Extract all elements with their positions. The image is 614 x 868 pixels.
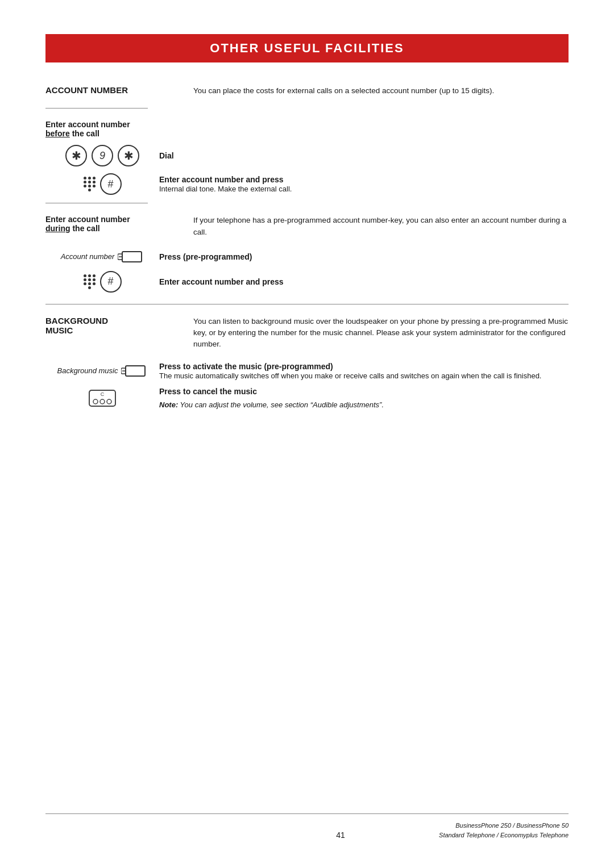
cancel-music-button-svg: C — [87, 388, 118, 408]
background-music-description: You can listen to background music over … — [193, 316, 569, 350]
note-bold: Note: — [159, 400, 178, 409]
before-step2-sublabel: Internal dial tone. Make the external ca… — [159, 185, 292, 193]
music-note: Note: You can adjust the volume, see sec… — [159, 399, 569, 411]
during-step2-row: # Enter account number and press — [45, 271, 569, 293]
during-step2-description: Enter account number and press — [159, 277, 569, 286]
star-9-star-buttons: ✱ 9 ✱ — [65, 145, 139, 166]
star-button-1: ✱ — [65, 145, 87, 166]
svg-point-6 — [93, 399, 98, 404]
during-call-subsection: Enter account number during the call If … — [45, 215, 569, 293]
brand-line2: Standard Telephone / Economyplus Telepho… — [439, 832, 569, 838]
before-step1-label: Dial — [159, 151, 174, 160]
account-number-key-label: Account number — [61, 252, 115, 261]
before-call-subsection: Enter account number before the call ✱ 9… — [45, 120, 569, 195]
svg-rect-0 — [122, 252, 142, 262]
divider-2 — [45, 203, 148, 203]
star-button-2: ✱ — [118, 145, 139, 166]
music-step1-description: Press to activate the music (pre-program… — [159, 362, 569, 380]
during-call-title: Enter account number during the call — [45, 215, 176, 233]
keypad-icon — [84, 177, 96, 191]
during-step1-row: Account number Press (pre-programmed) — [45, 249, 569, 264]
svg-rect-2 — [126, 366, 145, 376]
music-step2-row: C Press to cancel the music Note: You ca… — [45, 387, 569, 411]
music-step2-icon: C — [45, 388, 159, 408]
music-step1-row: Background music Press to activate the m… — [45, 362, 569, 380]
during-call-right: If your telephone has a pre-programmed a… — [193, 215, 569, 238]
divider-1 — [45, 108, 148, 108]
keypad-hash-group: # — [84, 173, 122, 195]
before-call-title: Enter account number before the call — [45, 120, 569, 138]
during-step1-icon: Account number — [45, 249, 159, 264]
account-number-description: You can place the costs for external cal… — [193, 85, 569, 97]
svg-point-7 — [100, 399, 105, 404]
header-banner: OTHER USEFUL FACILITIES — [45, 34, 569, 62]
account-number-left: ACCOUNT NUMBER — [45, 85, 193, 95]
during-step1-label: Press (pre-programmed) — [159, 252, 252, 261]
account-number-title: ACCOUNT NUMBER — [45, 85, 128, 95]
during-step2-icon: # — [45, 271, 159, 293]
svg-text:C: C — [101, 391, 105, 397]
background-music-key-label: Background music — [57, 366, 118, 375]
before-step2-description: Enter account number and press Internal … — [159, 175, 569, 193]
before-step2-row: # Enter account number and press Interna… — [45, 173, 569, 195]
music-step1-icon: Background music — [45, 364, 159, 378]
during-call-description: If your telephone has a pre-programmed a… — [193, 215, 569, 238]
nine-button: 9 — [92, 145, 113, 166]
page-footer: 41 BusinessPhone 250 / BusinessPhone 50 … — [45, 813, 569, 840]
before-step2-icon: # — [45, 173, 159, 195]
divider-3 — [45, 304, 569, 304]
background-music-key: Background music — [57, 364, 148, 378]
music-step1-sublabel: The music automatically switches off whe… — [159, 372, 541, 380]
before-step1-row: ✱ 9 ✱ Dial — [45, 145, 569, 166]
during-call-top: Enter account number during the call If … — [45, 215, 569, 238]
keypad-icon-2 — [84, 274, 96, 289]
account-number-section: ACCOUNT NUMBER You can place the costs f… — [45, 85, 569, 97]
before-step2-label: Enter account number and press — [159, 175, 284, 184]
account-number-key: Account number — [61, 249, 144, 264]
background-music-right: You can listen to background music over … — [193, 316, 569, 350]
hash-button-2: # — [100, 271, 122, 293]
keypad-hash-group-2: # — [84, 271, 122, 293]
footer-brand: BusinessPhone 250 / BusinessPhone 50 Sta… — [439, 821, 569, 840]
background-music-left: BACKGROUNDMUSIC — [45, 316, 193, 339]
background-music-title: BACKGROUNDMUSIC — [45, 316, 176, 335]
during-step2-label: Enter account number and press — [159, 277, 284, 286]
hash-button: # — [100, 173, 122, 195]
background-music-section: BACKGROUNDMUSIC You can listen to backgr… — [45, 316, 569, 350]
music-step1-label: Press to activate the music (pre-program… — [159, 362, 333, 371]
account-number-right: You can place the costs for external cal… — [193, 85, 569, 97]
music-step2-label: Press to cancel the music — [159, 387, 257, 396]
music-step2-description: Press to cancel the music Note: You can … — [159, 387, 569, 411]
phone-key-svg — [118, 249, 144, 264]
during-step1-description: Press (pre-programmed) — [159, 252, 569, 261]
before-step1-icon: ✱ 9 ✱ — [45, 145, 159, 166]
during-call-left: Enter account number during the call — [45, 215, 193, 237]
brand-line1: BusinessPhone 250 / BusinessPhone 50 — [455, 822, 569, 829]
page-title: OTHER USEFUL FACILITIES — [210, 41, 404, 55]
page: OTHER USEFUL FACILITIES ACCOUNT NUMBER Y… — [0, 0, 614, 868]
page-number: 41 — [242, 831, 439, 840]
music-phone-key-svg — [121, 364, 147, 378]
svg-point-8 — [107, 399, 111, 404]
note-text: You can adjust the volume, see section “… — [180, 400, 384, 409]
before-step1-description: Dial — [159, 151, 569, 160]
